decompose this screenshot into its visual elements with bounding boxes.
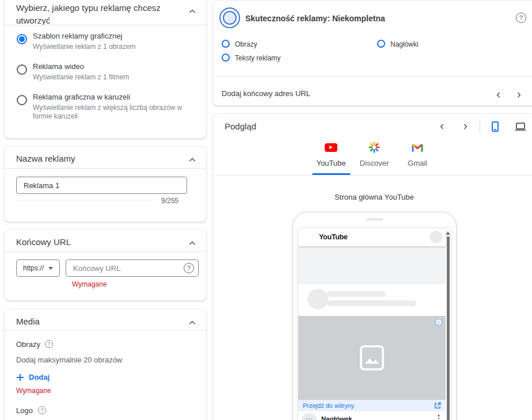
collapse-media-button[interactable] [185,316,199,330]
feed-placeholder-block [298,246,446,284]
divider [5,330,206,330]
help-icon[interactable] [184,263,194,273]
scrollbar[interactable] [447,236,450,420]
preview-channel-tabs: YouTube Discover [213,139,532,175]
tab-discover[interactable]: Discover [353,139,396,175]
option-description: Wyświetlanie reklam z większą liczbą obr… [33,104,192,121]
image-placeholder-icon [359,345,385,371]
chevron-up-icon [187,6,198,17]
protocol-select[interactable]: https:// [16,259,60,277]
images-hint: Dodaj maksymalnie 20 obrazów [16,356,122,364]
ad-type-card: Wybierz, jakiego typu reklamę chcesz utw… [5,0,206,138]
skeleton-line [327,291,386,297]
chevron-up-icon [187,238,198,249]
gmail-icon [412,142,423,153]
add-final-url-link[interactable]: Dodaj końcowy adres URL [222,89,310,98]
ad-editor-page: Wybierz, jakiego typu reklamę chcesz utw… [0,0,532,420]
phone-mockup: YouTube [292,212,457,420]
divider [5,251,206,252]
collapse-final-url-button[interactable] [185,236,199,250]
preview-card-title: Podgląd [225,120,256,133]
chevron-up-icon [187,317,198,329]
tab-gmail[interactable]: Gmail [396,139,439,175]
plus-icon [16,373,24,381]
ad-name-card-title: Nazwa reklamy [16,152,75,165]
radio-image-template[interactable] [17,34,27,44]
divider [213,77,532,77]
chevron-left-icon [494,90,503,100]
tab-youtube[interactable]: YouTube [310,139,353,175]
add-image-button[interactable]: Dodaj [16,373,50,381]
add-image-label: Dodaj [29,373,50,381]
preview-next-button[interactable] [458,120,472,133]
char-counter: 9/255 [161,197,178,205]
help-icon[interactable] [38,406,46,414]
tab-label: YouTube [316,159,345,167]
final-url-card: Końcowy URL https:// Wymagane [5,230,206,300]
ad-name-card: Nazwa reklamy 9/255 [5,147,206,222]
chevron-left-icon [438,122,447,131]
help-icon[interactable] [45,340,53,348]
status-label: Teksty reklamy [235,54,280,62]
status-label: Nagłówki [390,40,419,48]
radio-carousel-ad[interactable] [17,95,27,105]
ad-strength-gauge-icon [219,7,240,28]
required-error: Wymagane [72,280,107,288]
chevron-right-icon [514,90,523,100]
overflow-menu-icon[interactable] [438,415,440,420]
preview-prev-button[interactable] [435,120,449,133]
ad-name-input[interactable] [16,177,187,194]
media-card: Media Obrazy Dodaj maksymalnie 20 obrazó… [5,310,206,420]
tab-label: Discover [360,159,389,167]
youtube-app-header: YouTube [298,228,446,246]
status-circle-ad-texts [222,54,230,62]
divider [213,175,532,175]
youtube-icon [325,142,337,153]
divider [16,200,153,201]
external-link-icon [434,402,441,409]
ad-strength-card: Skuteczność reklamy: Niekompletna Obrazy… [213,1,532,105]
media-card-title: Media [16,315,40,328]
ad-cta-label: Przejdź do witryny [303,402,434,409]
option-description: Wyświetlanie reklam z 1 filmem [33,73,129,82]
images-label: Obrazy [16,340,40,349]
ad-strength-title: Skuteczność reklamy: Niekompletna [245,14,385,23]
divider [480,119,480,134]
next-suggestion-button[interactable] [512,88,526,102]
chevron-right-icon [461,122,470,131]
divider [5,168,206,169]
feed-skeleton-row [298,284,446,316]
final-url-input[interactable] [66,259,199,277]
preview-context-label: Strona główna YouTube [213,193,532,201]
ad-image-placeholder [298,316,446,400]
option-description: Wyświetlanie reklam z 1 obrazem [33,43,136,51]
ad-logo-avatar [301,413,317,420]
option-label[interactable]: Szablon reklamy graficznej [33,32,122,40]
ad-type-card-title: Wybierz, jakiego typu reklamę chcesz utw… [16,2,181,27]
status-label: Obrazy [235,40,257,48]
collapse-ad-type-button[interactable] [185,5,199,18]
option-label[interactable]: Reklama wideo [33,62,84,71]
final-url-card-title: Końcowy URL [16,236,71,249]
help-icon[interactable] [516,13,526,23]
status-circle-images [222,40,230,48]
preview-card: Podgląd YouTube [213,114,532,420]
divider [5,25,206,25]
prev-suggestion-button[interactable] [492,88,506,102]
tab-label: Gmail [408,159,427,167]
laptop-icon [514,121,527,132]
youtube-app-name: YouTube [319,233,348,241]
radio-video-ad[interactable] [17,64,27,75]
ad-headline-row: Nagłówek [298,411,446,420]
phone-screen: YouTube [298,228,451,420]
protocol-value: https:// [23,264,44,272]
logo-label: Logo [16,406,33,415]
ad-info-icon[interactable] [435,319,442,326]
mobile-preview-button[interactable] [488,120,502,133]
desktop-preview-button[interactable] [514,120,527,133]
ad-cta-bar[interactable]: Przejdź do witryny [298,400,446,411]
option-label[interactable]: Reklama graficzna w karuzeli [33,93,130,101]
status-circle-headlines [377,40,385,48]
collapse-ad-name-button[interactable] [185,153,199,167]
profile-avatar [430,231,442,243]
